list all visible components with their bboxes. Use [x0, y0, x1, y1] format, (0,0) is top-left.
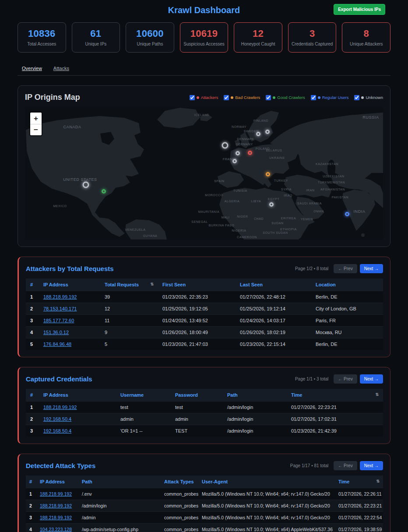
pager-separator: •: [311, 463, 313, 468]
pager-separator: •: [314, 377, 316, 381]
ip-link[interactable]: 192.168.50.4: [43, 428, 71, 433]
column-header-ip-address[interactable]: IP Address: [39, 389, 116, 402]
column-header-path[interactable]: Path: [223, 389, 287, 402]
cell-attack-types: common_probes: [161, 512, 198, 524]
column-header-last-seen[interactable]: Last Seen: [236, 278, 311, 291]
tab-attacks[interactable]: Attacks: [53, 66, 69, 71]
legend-label: Bad Crawlers: [235, 95, 260, 100]
legend-checkbox-attackers[interactable]: [190, 95, 195, 100]
legend-item-good[interactable]: Good Crawlers: [266, 95, 305, 100]
table-row: 3185.177.72.601101/24/2026, 13:49:5201/2…: [26, 315, 383, 327]
cell-: 3: [26, 425, 39, 437]
legend-checkbox-unknown[interactable]: [354, 95, 359, 100]
map-marker-unknown[interactable]: [236, 151, 240, 155]
stat-card-suspicious-accesses: 10619Suspicious Accesses: [180, 22, 229, 53]
column-header-password[interactable]: Password: [171, 389, 223, 402]
legend-item-bad[interactable]: Bad Crawlers: [224, 95, 260, 100]
map-marker-unknown[interactable]: [232, 159, 237, 163]
legend-checkbox-bad[interactable]: [224, 95, 229, 100]
ip-link[interactable]: 188.218.99.192: [40, 503, 72, 508]
export-malicious-ips-button[interactable]: Export Malicious IPs: [334, 4, 385, 15]
cell-ip-address: 185.177.72.60: [39, 315, 100, 327]
ip-link[interactable]: 188.218.99.192: [43, 405, 77, 410]
cell-time: 01/27/2026, 22:22:54: [335, 512, 383, 524]
map-marker-bad[interactable]: [266, 172, 270, 176]
ip-link[interactable]: 188.218.99.192: [43, 294, 77, 299]
column-header-ip-address[interactable]: IP Address: [36, 476, 78, 488]
ip-link[interactable]: 192.168.50.4: [43, 416, 71, 422]
map-label-iceland: ICELAND: [194, 113, 210, 116]
cell-user-agent: Mozilla/5.0 (Windows NT 10.0; Win64; x64…: [198, 512, 335, 524]
table-row: 1188.218.99.192testtest/admin/login01/27…: [26, 402, 383, 413]
column-header-total-requests[interactable]: Total Requests⇅: [100, 278, 158, 291]
total-count: 3 total: [317, 377, 328, 381]
ip-link[interactable]: 188.218.99.192: [40, 491, 72, 497]
zoom-out-button[interactable]: −: [30, 124, 42, 135]
cell-username: admin: [116, 413, 171, 425]
cell-: 4: [26, 524, 36, 532]
column-header-path[interactable]: Path: [78, 476, 161, 488]
sort-icon[interactable]: ⇅: [376, 479, 380, 483]
stat-value: 61: [74, 28, 118, 39]
next-button[interactable]: Next →: [360, 374, 383, 384]
attackers-pager-info: Page 1/2 • 8 total: [295, 266, 328, 271]
cell-path: /admin/login: [223, 425, 287, 437]
ip-link[interactable]: 104.23.223.128: [40, 527, 72, 532]
cell-total-requests: 39: [100, 291, 158, 303]
map-marker-unknown[interactable]: [222, 142, 229, 149]
column-header-label: Time: [291, 392, 302, 398]
map-marker-unknown[interactable]: [269, 202, 274, 207]
column-header-time[interactable]: Time⇅: [335, 476, 383, 488]
map-marker-regular[interactable]: [345, 212, 349, 216]
map-label-ethiopia: ETHIOPIA: [280, 228, 296, 231]
map-marker-unknown[interactable]: [83, 182, 89, 188]
sort-icon[interactable]: ⇅: [150, 282, 154, 286]
map-marker-unknown[interactable]: [256, 132, 260, 136]
column-header-ip-address[interactable]: IP Address: [39, 278, 100, 291]
attackers-title: Attackers by Total Requests: [26, 265, 114, 272]
table-row: 3188.218.99.192/admincommon_probesMozill…: [26, 512, 383, 524]
map-viewport[interactable]: CANADAICELANDRUSSIANORWAYFINLANDSWEDENUN…: [25, 107, 383, 240]
column-header-location[interactable]: Location: [311, 278, 383, 291]
zoom-in-button[interactable]: +: [30, 113, 42, 124]
map-marker-attackers[interactable]: [248, 151, 252, 155]
map-label-senegal: SENEGAL: [191, 220, 208, 223]
next-button[interactable]: Next →: [360, 264, 383, 273]
cell-time: 01/27/2026, 22:23:21: [287, 402, 383, 413]
column-header-first-seen[interactable]: First Seen: [158, 278, 236, 291]
cell-location: Berlin, DE: [311, 338, 383, 350]
column-header-[interactable]: #: [26, 476, 36, 488]
legend-item-unknown[interactable]: Unknown: [354, 95, 383, 100]
column-header-attack-types[interactable]: Attack Types: [161, 476, 198, 488]
sort-icon[interactable]: ⇅: [375, 392, 379, 397]
cell-first-seen: 01/25/2026, 19:12:05: [158, 303, 236, 315]
ip-link[interactable]: 188.218.99.192: [40, 515, 72, 520]
next-button[interactable]: Next →: [360, 461, 383, 470]
legend-item-attackers[interactable]: Attackers: [190, 95, 218, 100]
column-header-time[interactable]: Time⇅: [287, 389, 383, 402]
prev-button[interactable]: ← Prev: [334, 374, 357, 384]
column-header-user-agent[interactable]: User-Agent: [198, 476, 335, 488]
stat-value: 10600: [128, 28, 172, 39]
column-header-[interactable]: #: [26, 278, 39, 291]
ip-link[interactable]: 151.36.0.12: [43, 330, 69, 335]
cell-ip-address: 176.84.96.48: [39, 338, 100, 350]
stat-card-honeypot-caught: 12Honeypot Caught: [234, 22, 282, 53]
ip-link[interactable]: 176.84.96.48: [43, 342, 71, 347]
column-header-label: Total Requests: [105, 282, 139, 287]
legend-checkbox-good[interactable]: [266, 95, 271, 100]
table-row: 2188.218.99.192/admin/logincommon_probes…: [26, 500, 383, 512]
map-label-cameroon: CAMEROON: [237, 236, 257, 239]
prev-button[interactable]: ← Prev: [334, 264, 357, 273]
legend-checkbox-regular[interactable]: [311, 95, 316, 100]
map-marker-good[interactable]: [102, 189, 106, 194]
ip-link[interactable]: 185.177.72.60: [43, 318, 74, 323]
column-header-[interactable]: #: [26, 389, 39, 402]
map-marker-unknown[interactable]: [265, 130, 270, 134]
prev-button[interactable]: ← Prev: [334, 461, 357, 470]
tab-overview[interactable]: Overview: [22, 66, 42, 71]
legend-item-regular[interactable]: Regular Users: [311, 95, 349, 100]
column-header-username[interactable]: Username: [116, 389, 171, 402]
cell-time: 01/27/2026, 22:23:21: [335, 500, 383, 512]
ip-link[interactable]: 78.153.140.171: [43, 306, 77, 311]
